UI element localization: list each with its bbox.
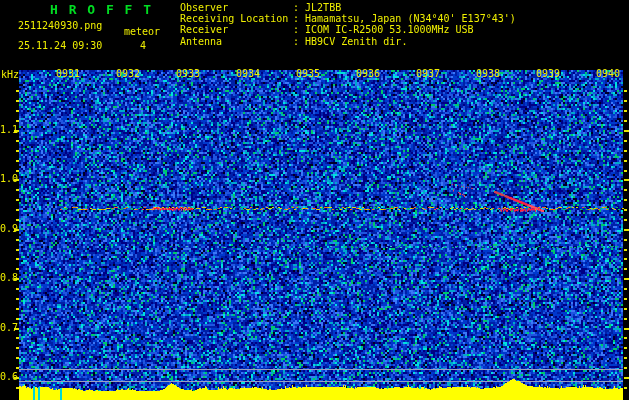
info-value: Hamamatsu, Japan (N34°40' E137°43') bbox=[305, 13, 516, 24]
x-tick-label: 0936 bbox=[356, 69, 380, 79]
info-label: Receiver bbox=[180, 25, 293, 35]
y-tick-label: 0.8 bbox=[0, 273, 13, 283]
info-row-observer: Observer: JL2TBB bbox=[180, 3, 341, 13]
app-title: H R O F F T bbox=[50, 3, 153, 16]
meteor-count: 4 bbox=[140, 41, 146, 51]
info-colon: : bbox=[293, 24, 299, 35]
info-colon: : bbox=[293, 13, 299, 24]
info-colon: : bbox=[293, 2, 299, 13]
info-value: ICOM IC-R2500 53.1000MHz USB bbox=[305, 24, 474, 35]
hrofft-output: H R O F F T 2511240930.png meteor 25.11.… bbox=[0, 0, 629, 400]
x-tick-label: 0932 bbox=[116, 69, 140, 79]
info-row-antenna: Antenna: HB9CV Zenith dir. bbox=[180, 37, 407, 47]
y-tick-label: 0.7 bbox=[0, 323, 13, 333]
info-label: Receiving Location bbox=[180, 14, 293, 24]
info-row-location: Receiving Location: Hamamatsu, Japan (N3… bbox=[180, 14, 516, 24]
mode-label: meteor bbox=[124, 27, 160, 37]
y-tick-label: 1.0 bbox=[0, 174, 13, 184]
x-tick-label: 0938 bbox=[476, 69, 500, 79]
x-tick-label: 0937 bbox=[416, 69, 440, 79]
info-label: Antenna bbox=[180, 37, 293, 47]
y-axis-unit-label: kHz bbox=[1, 70, 19, 80]
info-colon: : bbox=[293, 36, 299, 47]
x-tick-label: 0931 bbox=[56, 69, 80, 79]
y-tick-label: 0.6 bbox=[0, 372, 13, 382]
info-row-receiver: Receiver: ICOM IC-R2500 53.1000MHz USB bbox=[180, 25, 474, 35]
observation-datetime: 25.11.24 09:30 bbox=[18, 41, 102, 51]
info-value: JL2TBB bbox=[305, 2, 341, 13]
x-tick-label: 0935 bbox=[296, 69, 320, 79]
y-tick-label: 1.1 bbox=[0, 125, 13, 135]
x-tick-label: 0933 bbox=[176, 69, 200, 79]
info-value: HB9CV Zenith dir. bbox=[305, 36, 407, 47]
x-tick-label: 0934 bbox=[236, 69, 260, 79]
output-filename: 2511240930.png bbox=[18, 21, 102, 31]
x-tick-label: 0939 bbox=[536, 69, 560, 79]
y-tick-label: 0.9 bbox=[0, 224, 13, 234]
spectrogram-canvas bbox=[0, 0, 629, 400]
x-tick-label: 0940 bbox=[596, 69, 620, 79]
info-label: Observer bbox=[180, 3, 293, 13]
